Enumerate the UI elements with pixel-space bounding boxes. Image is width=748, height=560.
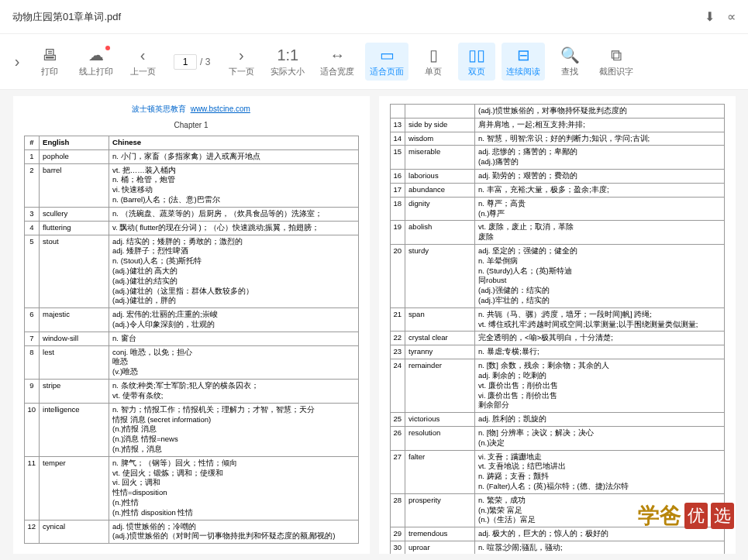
table-row: 26resolutionn. [物] 分辨率；决议；解决；决心 (n.)决定 — [390, 426, 724, 450]
table-row: 27faltervi. 支吾；蹒跚地走 vt. 支吾地说；结巴地讲出 n. 踌躇… — [390, 450, 724, 493]
table-row: 2barrelvt. 把……装入桶内 n. 桶；枪管，炮管 vi. 快速移动 n… — [24, 163, 358, 207]
print-button[interactable]: 🖶打印 — [31, 43, 68, 81]
page-input[interactable] — [174, 54, 197, 70]
find-button[interactable]: 🔍查找 — [551, 43, 588, 81]
table-row: 24remaindern. [数] 余数，残余；剩余物；其余的人 adj. 剩余… — [390, 359, 724, 413]
doc-link[interactable]: www.bstcine.com — [191, 105, 250, 113]
col-chinese: Chinese — [109, 136, 358, 150]
toolbar: › 🖶打印 ☁线上打印 ‹上一页 / 3 ›下一页 1:1实际大小 ↔适合宽度 … — [0, 34, 748, 90]
page-right: (adj.)愤世嫉俗的，对事物持怀疑批判态度的13side by side肩并肩… — [379, 96, 736, 554]
col-english: English — [40, 136, 109, 150]
actual-size-button[interactable]: 1:1实际大小 — [266, 43, 309, 81]
table-row: 1popholen. 小门，家畜（多指家禽）进入或离开地点 — [24, 149, 358, 163]
page-left: 波士顿英思教育 www.bstcine.com Chapter 1 # Engl… — [13, 96, 370, 554]
table-row: 9stripen. 条纹;种类;军士军阶;犯人穿的横条囚衣； vt. 使带有条纹… — [24, 380, 358, 404]
double-page-button[interactable]: ▯▯双页 — [458, 43, 495, 81]
table-row: 12cynicaladj. 愤世嫉俗的；冷嘲的 (adj.)愤世嫉俗的（对时间一… — [24, 520, 358, 544]
table-row: 13side by side肩并肩地，一起;相互支持;并排; — [390, 118, 724, 132]
fit-page-button[interactable]: ▭适合页面 — [365, 43, 408, 81]
table-row: 15miserableadj. 悲惨的；痛苦的；卑鄙的 (adj.)痛苦的 — [390, 146, 724, 170]
online-print-button[interactable]: ☁线上打印 — [74, 43, 118, 81]
table-row: 18dignityn. 尊严；高贵 (n.)尊严 — [390, 197, 724, 221]
vocab-table-right: (adj.)愤世嫉俗的，对事物持怀疑批判态度的13side by side肩并肩… — [390, 104, 725, 554]
table-row: 25victoriousadj. 胜利的；凯旋的 — [390, 413, 724, 427]
document-filename: 动物庄园第01章单词.pdf — [12, 10, 705, 24]
watermark: 学爸 优 选 — [638, 501, 734, 531]
doc-header: 波士顿英思教育 www.bstcine.com — [24, 104, 359, 115]
table-row: 23tyrannyn. 暴虐;专横;暴行; — [390, 345, 724, 359]
table-row: 14wisdomn. 智慧，明智;常识；好的判断力;知识，学问;古训; — [390, 132, 724, 146]
table-row: 30uproarn. 喧嚣;沙闹;骚乱，骚动; — [390, 541, 724, 554]
document-viewport: 波士顿英思教育 www.bstcine.com Chapter 1 # Engl… — [0, 90, 748, 560]
share-icon[interactable]: ∝ — [727, 9, 736, 24]
table-row: 16laboriousadj. 勤劳的；艰苦的；费劲的 — [390, 170, 724, 184]
single-page-button[interactable]: ▯单页 — [415, 43, 452, 81]
table-row: 8lestconj. 唯恐，以免；担心 唯恐 (v.)唯恐 — [24, 345, 358, 379]
table-row: 7window-silln. 窗台 — [24, 332, 358, 345]
table-row: (adj.)愤世嫉俗的，对事物持怀疑批判态度的 — [390, 105, 724, 119]
table-row: 6majesticadj. 宏伟的;壮丽的;庄重的;崇峻 (adj.)令人印象深… — [24, 308, 358, 332]
chapter-title: Chapter 1 — [24, 121, 359, 129]
next-page-button[interactable]: ›下一页 — [222, 43, 260, 81]
page-indicator: / 3 — [174, 54, 210, 70]
table-row: 21spann. 共轭（马、骡）;跨度，墙牙；一段时间]帆] 跨绳; vt. 缚… — [390, 307, 724, 332]
table-row: 17abundancen. 丰富，充裕;大量，极多；盈余;丰度; — [390, 183, 724, 197]
table-row: 19abolishvt. 废除，废止；取消，革除 废除 — [390, 221, 724, 245]
table-row: 22crystal clear完全透明的，<喻>极其明白，十分清楚; — [390, 332, 724, 345]
prev-page-button[interactable]: ‹上一页 — [124, 43, 161, 81]
page-total: / 3 — [200, 57, 210, 67]
table-row: 10intelligencen. 智力；情报工作；情报机关；理解力；才智，智慧；… — [24, 403, 358, 456]
edge-tool[interactable]: › — [9, 50, 25, 74]
continuous-button[interactable]: ⊟连续阅读 — [502, 43, 545, 81]
table-row: 4flutteringv. 飘动( flutter的现在分词 )；（心）快速跳动… — [24, 221, 358, 235]
download-icon[interactable]: ⬇ — [705, 9, 715, 24]
col-num: # — [24, 136, 40, 150]
table-row: 3sculleryn. （洗碗盘、蔬菜等的）后厨房，（炊具食品等的）洗涤室； — [24, 207, 358, 221]
table-row: 11tempern. 脾气；（钢等）回火；性情；倾向 vt. 使回火；锻炼；调和… — [24, 456, 358, 520]
fit-width-button[interactable]: ↔适合宽度 — [315, 43, 359, 81]
ocr-button[interactable]: ⧉截图识字 — [595, 43, 638, 81]
vocab-table-left: # English Chinese 1popholen. 小门，家畜（多指家禽）… — [24, 136, 359, 544]
table-row: 20sturdyadj. 坚定的；强健的；健全的 n. 羊晕倒病 n. (Stu… — [390, 244, 724, 307]
table-row: 5stoutadj. 结实的；矮胖的；勇敢的；激烈的 adj. 矮胖子；烈性啤酒… — [24, 235, 358, 308]
